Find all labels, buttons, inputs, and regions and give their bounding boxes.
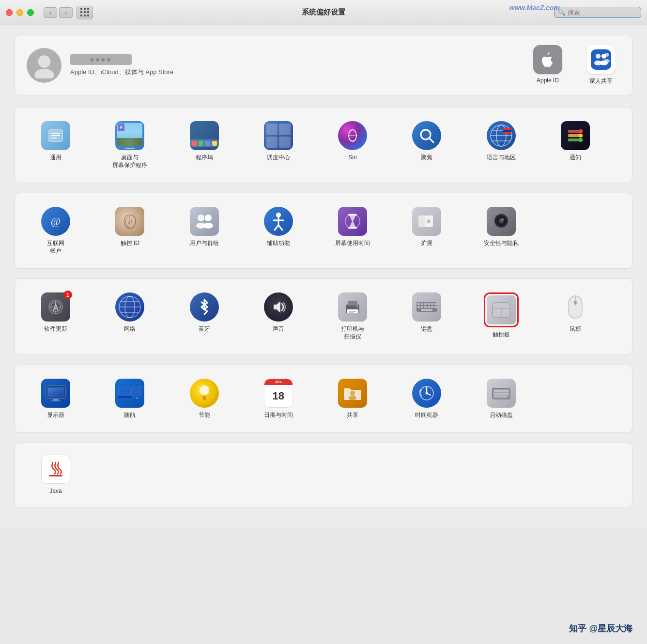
softwareupdate-label: 软件更新 — [44, 325, 67, 333]
dock-icon — [190, 121, 219, 150]
date-label: 日期与时间 — [264, 412, 293, 419]
pref-item-trackpad[interactable]: 触控板 — [472, 289, 530, 344]
siri-svg — [345, 126, 360, 145]
screentime-label: 屏幕使用时间 — [335, 240, 370, 247]
profile-name: ●●●● — [70, 54, 132, 65]
pref-item-timemachine[interactable]: 时间机器 — [398, 375, 456, 423]
svg-point-97 — [137, 397, 138, 399]
mouse-icon — [561, 292, 590, 322]
svg-rect-67 — [349, 312, 354, 313]
maximize-button[interactable] — [27, 9, 34, 16]
notifications-icon — [561, 121, 590, 150]
family-sharing-item[interactable]: 家人共享 — [582, 45, 620, 85]
pref-item-security[interactable]: 安全性与隐私 — [472, 203, 530, 259]
timemachine-svg — [417, 383, 436, 403]
pref-item-dock[interactable]: 程序坞 — [175, 117, 233, 173]
language-icon — [487, 121, 516, 150]
bottom-watermark: 知乎 @星辰大海 — [569, 623, 632, 634]
icon-wrapper-extensions — [412, 207, 441, 236]
extensions-svg — [416, 212, 437, 231]
icon-wrapper-mouse — [561, 292, 590, 322]
apple-logo-icon — [539, 51, 556, 68]
pref-item-sidecar[interactable]: 随航 — [101, 375, 159, 423]
sidecar-icon — [115, 379, 144, 408]
svg-point-32 — [198, 215, 204, 221]
section-2: @ 互联网帐户 — [15, 193, 632, 269]
icon-wrapper-general — [41, 121, 70, 150]
pref-item-users[interactable]: 用户与群组 — [175, 203, 233, 259]
display-svg — [44, 383, 67, 403]
svg-point-87 — [574, 301, 577, 305]
icon-wrapper-notifications — [561, 121, 590, 150]
pref-item-siri[interactable]: Siri — [324, 117, 382, 173]
sound-icon — [264, 292, 293, 322]
pref-grid-3: 1 软件更新 网络 — [27, 289, 620, 344]
svg-rect-64 — [348, 301, 357, 306]
security-svg — [493, 211, 510, 231]
svg-rect-110 — [494, 390, 508, 392]
svg-rect-112 — [494, 396, 508, 397]
pref-item-network[interactable]: 网络 — [101, 289, 159, 344]
close-button[interactable] — [6, 9, 13, 16]
icon-wrapper-network — [115, 292, 144, 322]
pref-item-printer[interactable]: 打印机与扫描仪 — [324, 289, 382, 344]
grid-view-button[interactable] — [77, 6, 93, 19]
notifications-label: 通知 — [570, 154, 581, 162]
pref-item-date[interactable]: JUL 18 日期与时间 — [249, 375, 308, 423]
window-title: 系统偏好设置 — [302, 8, 345, 17]
pref-item-spotlight[interactable]: 聚焦 — [398, 117, 456, 173]
pref-item-general[interactable]: 通用 — [27, 117, 85, 173]
pref-item-battery[interactable]: 节能 — [175, 375, 233, 423]
users-svg — [194, 212, 215, 230]
pref-item-startup[interactable]: 启动磁盘 — [472, 375, 530, 423]
pref-item-keyboard[interactable]: 键盘 — [398, 289, 456, 344]
pref-item-accessibility[interactable]: 辅助功能 — [249, 203, 308, 259]
mouse-label: 鼠标 — [570, 325, 581, 333]
pref-item-mission[interactable]: 调度中心 — [249, 117, 308, 173]
back-button[interactable]: ‹ — [44, 7, 57, 18]
icon-wrapper-touchid — [115, 207, 144, 236]
pref-item-screentime[interactable]: 屏幕使用时间 — [324, 203, 382, 259]
apple-id-item[interactable]: Apple ID — [528, 45, 567, 85]
extensions-icon — [412, 207, 441, 236]
svg-rect-101 — [203, 399, 206, 400]
pref-item-sharing[interactable]: 共享 — [324, 375, 382, 423]
svg-rect-71 — [421, 303, 423, 305]
minimize-button[interactable] — [16, 9, 23, 16]
security-label: 安全性与隐私 — [484, 240, 519, 247]
search-box[interactable]: 🔍 — [554, 7, 641, 18]
battery-icon — [190, 379, 219, 408]
svg-rect-42 — [348, 214, 357, 215]
icon-wrapper-users — [190, 207, 219, 236]
section-3: 1 软件更新 网络 — [15, 278, 632, 354]
apple-id-label: Apple ID — [537, 77, 559, 84]
icon-wrapper-accessibility — [264, 207, 293, 236]
pref-item-touchid[interactable]: 触控 ID — [101, 203, 159, 259]
svg-rect-90 — [53, 399, 59, 400]
pref-item-extensions[interactable]: 扩展 — [398, 203, 456, 259]
svg-rect-96 — [134, 387, 140, 396]
users-icon — [190, 207, 219, 236]
pref-item-notifications[interactable]: 通知 — [546, 117, 604, 173]
timemachine-label: 时间机器 — [415, 412, 438, 419]
sidecar-label: 随航 — [124, 412, 136, 419]
pref-item-language[interactable]: 语言与地区 — [472, 117, 530, 173]
touchid-label: 触控 ID — [121, 240, 139, 247]
svg-point-34 — [205, 215, 212, 221]
display-label: 显示器 — [47, 412, 64, 419]
avatar[interactable] — [27, 48, 62, 83]
pref-item-mouse[interactable]: 鼠标 — [546, 289, 604, 344]
pref-item-softwareupdate[interactable]: 1 软件更新 — [27, 289, 85, 344]
forward-button[interactable]: › — [59, 7, 73, 18]
svg-point-102 — [350, 391, 355, 396]
pref-item-bluetooth[interactable]: 蓝牙 — [175, 289, 233, 344]
pref-item-java[interactable]: Java — [27, 451, 85, 499]
svg-point-1 — [34, 69, 54, 78]
startup-label: 启动磁盘 — [490, 412, 513, 419]
pref-item-display[interactable]: 显示器 — [27, 375, 85, 423]
search-input[interactable] — [568, 9, 631, 16]
bluetooth-svg — [199, 297, 210, 317]
pref-item-desktop[interactable]: F 桌面与屏幕保护程序 — [101, 117, 159, 173]
pref-item-internet[interactable]: @ 互联网帐户 — [27, 203, 85, 259]
pref-item-sound[interactable]: 声音 — [249, 289, 308, 344]
